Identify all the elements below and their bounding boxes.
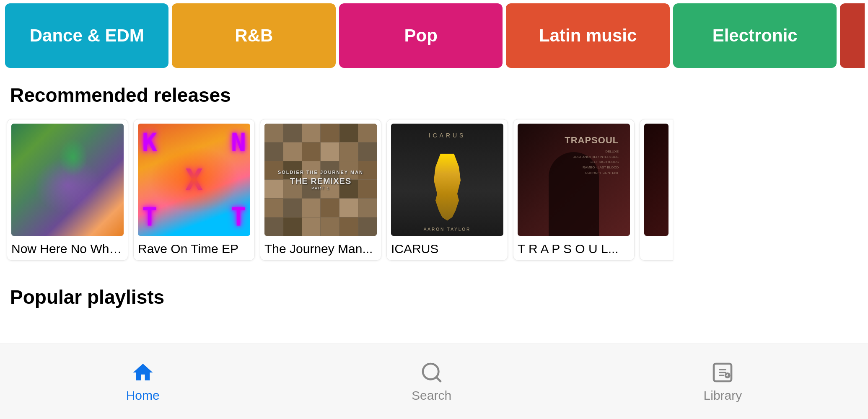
- genre-latin-music[interactable]: Latin music: [506, 3, 669, 68]
- album-card-now-here-no-where[interactable]: Now Here No Where: [7, 119, 128, 261]
- genre-latin-music-label: Latin music: [539, 26, 637, 46]
- album-cover-rave-on-time-ep: KN X TT: [138, 124, 250, 236]
- main-content: Dance & EDM R&B Pop Latin music Electron…: [0, 0, 868, 344]
- home-icon: [131, 361, 155, 384]
- album-card-trapsoul[interactable]: TRAPSOUL DELUXEJUST ANOTHER INTERLUDESEL…: [513, 119, 635, 261]
- nav-library-label: Library: [704, 388, 742, 403]
- nav-search-label: Search: [412, 388, 451, 403]
- album-cover-trapsoul: TRAPSOUL DELUXEJUST ANOTHER INTERLUDESEL…: [518, 124, 630, 236]
- album-cover-icarus: ICARUS AARON TAYLOR: [391, 124, 503, 236]
- genre-rnb[interactable]: R&B: [172, 3, 335, 68]
- genre-strip: Dance & EDM R&B Pop Latin music Electron…: [0, 0, 868, 71]
- genre-electronic-label: Electronic: [713, 26, 798, 46]
- album-card-icarus[interactable]: ICARUS AARON TAYLOR ICARUS: [386, 119, 508, 261]
- library-icon: [711, 361, 734, 384]
- genre-pop[interactable]: Pop: [339, 3, 503, 68]
- album-cover-journey-man: SOLDIER THE JOURNEY MAN THE REMIXES PART…: [264, 124, 377, 236]
- popular-playlists-title: Popular playlists: [10, 273, 858, 317]
- recommended-releases-title: Recommended releases: [0, 71, 868, 115]
- album-card-rave-on-time-ep[interactable]: KN X TT Rave On Time EP: [133, 119, 255, 261]
- album-cover-now-here-no-where: [11, 124, 124, 236]
- genre-pop-label: Pop: [404, 26, 438, 46]
- album-title-trapsoul: T R A P S O U L...: [518, 242, 630, 256]
- nav-home-label: Home: [126, 388, 160, 403]
- album-card-sixth[interactable]: [640, 119, 673, 261]
- album-cover-sixth: [644, 124, 668, 236]
- bottom-nav: Home Search Library: [0, 344, 868, 419]
- genre-partial[interactable]: [840, 3, 865, 68]
- svg-line-1: [436, 377, 440, 381]
- album-title-now-here-no-where: Now Here No Where: [11, 242, 124, 256]
- nav-home[interactable]: Home: [109, 357, 176, 407]
- album-title-icarus: ICARUS: [391, 242, 503, 256]
- popular-playlists-section: Popular playlists: [0, 265, 868, 317]
- genre-rnb-label: R&B: [235, 26, 273, 46]
- nav-search[interactable]: Search: [395, 357, 468, 407]
- albums-strip: Now Here No Where KN X TT Rave On Time E…: [0, 115, 868, 265]
- genre-electronic[interactable]: Electronic: [673, 3, 837, 68]
- genre-dance-edm[interactable]: Dance & EDM: [5, 3, 168, 68]
- album-card-journey-man[interactable]: SOLDIER THE JOURNEY MAN THE REMIXES PART…: [260, 119, 381, 261]
- album-title-journey-man: The Journey Man...: [264, 242, 377, 256]
- nav-library[interactable]: Library: [687, 357, 759, 407]
- search-icon: [420, 361, 443, 384]
- genre-dance-edm-label: Dance & EDM: [30, 26, 144, 46]
- album-title-rave-on-time-ep: Rave On Time EP: [138, 242, 250, 256]
